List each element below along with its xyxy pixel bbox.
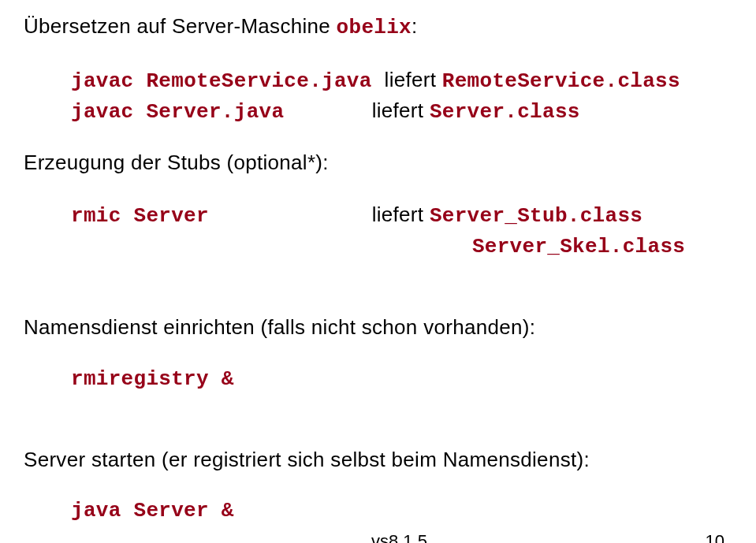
page-title: Übersetzen auf Server-Maschine obelix: bbox=[24, 12, 732, 43]
title-suffix: : bbox=[412, 14, 418, 38]
footer-page-number: 10 bbox=[706, 531, 724, 543]
cmd2-file: Server.java bbox=[146, 100, 371, 124]
rmic-line-2: Server_Skel.class bbox=[71, 231, 732, 262]
cmd1-liefert: liefert bbox=[385, 68, 442, 91]
cmd2-out: Server.class bbox=[430, 100, 580, 124]
title-prefix: Übersetzen auf Server-Maschine bbox=[24, 14, 337, 38]
cmd3-out1: Server_Stub.class bbox=[430, 204, 642, 228]
cmd1-out: RemoteService.class bbox=[442, 69, 680, 93]
rmiregistry-cmd: rmiregistry & bbox=[71, 365, 732, 395]
cmd3-out2: Server_Skel.class bbox=[472, 235, 685, 258]
footer-center: vs8.1.5 bbox=[371, 531, 427, 543]
compile-line-2: javac Server.java liefert Server.class bbox=[71, 96, 732, 128]
cmd3-pad bbox=[71, 235, 472, 258]
title-machine: obelix bbox=[337, 16, 412, 39]
javaserver-cmd: java Server & bbox=[71, 497, 732, 526]
cmd2-liefert: liefert bbox=[372, 99, 430, 122]
cmd3-rmic: rmic Server bbox=[71, 204, 372, 228]
compile-line-1: javac RemoteService.java liefert RemoteS… bbox=[71, 65, 732, 97]
cmd2-javac: javac bbox=[71, 100, 146, 124]
nameservice-heading: Namensdienst einrichten (falls nicht sch… bbox=[24, 313, 732, 343]
cmd3-liefert: liefert bbox=[372, 203, 430, 226]
serverstart-heading: Server starten (er registriert sich selb… bbox=[24, 445, 732, 475]
cmd1-file: RemoteService.java bbox=[146, 69, 384, 93]
stubs-heading: Erzeugung der Stubs (optional*): bbox=[24, 148, 732, 178]
cmd1-javac: javac bbox=[71, 69, 146, 93]
rmic-line-1: rmic Server liefert Server_Stub.class bbox=[71, 200, 732, 232]
